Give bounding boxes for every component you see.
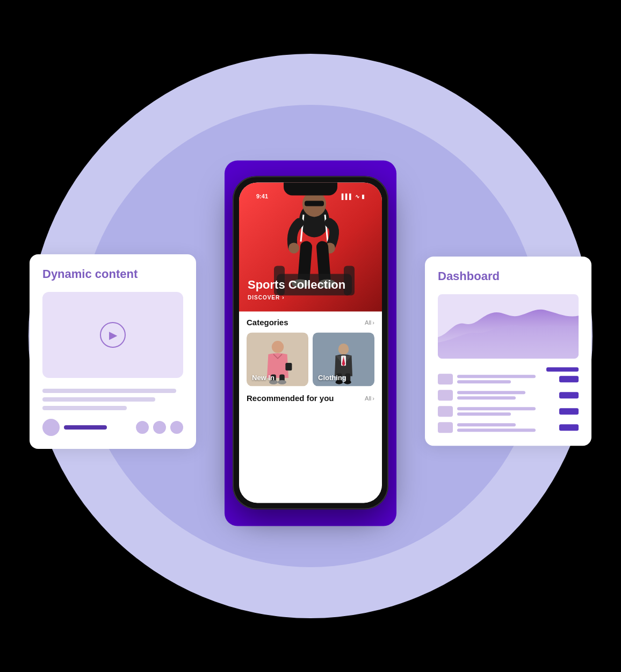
dash-line-3a (457, 407, 536, 410)
svg-rect-17 (285, 363, 292, 370)
content-line-2 (42, 397, 155, 402)
category-label-new-in: New In (252, 374, 275, 382)
dash-thumb-1 (438, 374, 453, 384)
dash-row-2 (438, 390, 579, 401)
dash-badge-4 (559, 424, 579, 431)
hero-text-block: Sports Collection DISCOVER › (248, 278, 345, 301)
dash-bar-right (546, 367, 579, 371)
chart-svg (438, 294, 579, 359)
chevron-right-icon: › (372, 395, 374, 402)
dash-lines-1 (457, 375, 555, 383)
status-icons: ▌▌▌ ∿ ▮ (342, 194, 365, 199)
recommended-all[interactable]: All › (365, 395, 374, 402)
dash-thumb-2 (438, 390, 453, 401)
dash-badge-1 (559, 376, 579, 382)
dot-1 (136, 421, 149, 434)
dashboard-list (438, 374, 579, 433)
dash-line-2b (457, 396, 516, 399)
right-card-title: Dashboard (438, 269, 579, 283)
svg-point-12 (271, 341, 283, 353)
dash-thumb-3 (438, 406, 453, 417)
category-card-new-in[interactable]: New In (247, 332, 308, 386)
avatar-small (42, 419, 60, 436)
categories-all[interactable]: All › (365, 319, 374, 326)
chart-area (438, 294, 579, 359)
content-line-1 (42, 389, 176, 393)
left-card: Dynamic content ▶ (30, 254, 196, 449)
right-card: Dashboard (425, 256, 591, 446)
dash-row-4 (438, 422, 579, 433)
dash-row-3 (438, 406, 579, 417)
category-label-clothing: Clothing (318, 374, 346, 382)
dash-top-bar (438, 367, 579, 371)
recommended-header: Recommended for you All › (247, 394, 374, 403)
dash-lines-3 (457, 407, 555, 416)
dash-line-1b (457, 380, 511, 383)
dot-3 (170, 421, 183, 434)
dash-thumb-4 (438, 422, 453, 433)
footer-text-block (64, 425, 107, 430)
content-lines (42, 389, 183, 410)
categories-title: Categories (247, 318, 288, 327)
chevron-right-icon: › (282, 295, 284, 301)
dash-line-2a (457, 391, 525, 394)
dash-lines-4 (457, 423, 555, 432)
card-footer (42, 419, 183, 436)
dot-2 (153, 421, 166, 434)
svg-point-16 (278, 380, 286, 384)
dash-line-1a (457, 375, 536, 378)
phone-content: Categories All › (239, 311, 382, 503)
phone-notch (284, 182, 337, 195)
discover-button[interactable]: DISCOVER › (248, 295, 345, 301)
left-card-title: Dynamic content (42, 267, 183, 281)
hero-title: Sports Collection (248, 278, 345, 291)
wifi-icon: ∿ (355, 194, 359, 199)
category-card-clothing[interactable]: Clothing (313, 332, 374, 386)
svg-point-18 (338, 344, 349, 355)
content-line-3 (42, 406, 127, 410)
signal-icon: ▌▌▌ (342, 194, 353, 199)
svg-point-5 (288, 242, 299, 253)
recommended-title: Recommended for you (247, 394, 334, 403)
battery-icon: ▮ (362, 194, 365, 199)
phone-screen: 9:41 ▌▌▌ ∿ ▮ (239, 182, 382, 503)
hero-banner: 9:41 ▌▌▌ ∿ ▮ (239, 182, 382, 311)
chevron-right-icon: › (372, 319, 374, 326)
dash-line-3b (457, 412, 511, 416)
play-icon[interactable]: ▶ (100, 322, 126, 348)
phone: 9:41 ▌▌▌ ∿ ▮ (233, 176, 388, 509)
scene: Dynamic content ▶ Dashboard (0, 0, 621, 672)
categories-header: Categories All › (247, 318, 374, 327)
dash-line-4b (457, 428, 536, 432)
categories-grid: New In (247, 332, 374, 386)
status-time: 9:41 (256, 193, 268, 199)
dash-line-4a (457, 423, 516, 426)
dash-badge-3 (559, 408, 579, 414)
dash-row-1 (438, 374, 579, 384)
dash-lines-2 (457, 391, 555, 399)
dash-badge-2 (559, 392, 579, 398)
video-placeholder: ▶ (42, 292, 183, 378)
